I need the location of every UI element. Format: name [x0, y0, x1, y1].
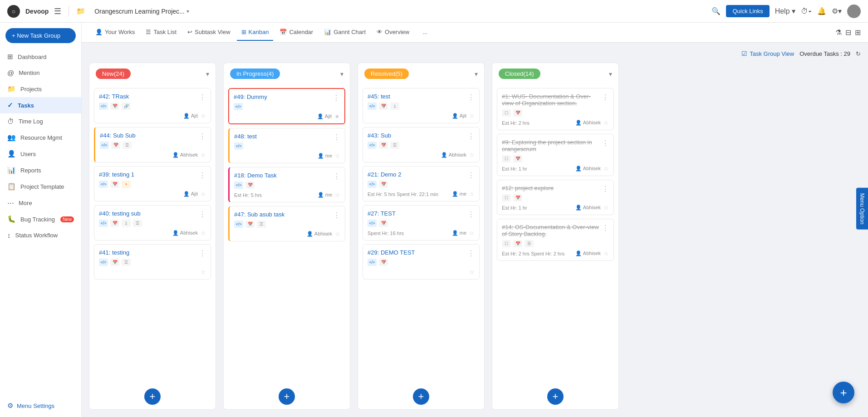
star-icon[interactable]: ☆ [201, 269, 206, 275]
star-icon[interactable]: ☆ [603, 250, 609, 257]
sidebar-item-tasks[interactable]: ✓ Tasks [0, 97, 81, 113]
tab-tasklist[interactable]: ☰ Task List [141, 24, 181, 41]
card-menu-icon[interactable]: ⋮ [199, 249, 206, 258]
star-icon[interactable]: ☆ [469, 113, 475, 119]
add-card-button-closed[interactable]: + [547, 388, 564, 405]
grid-icon[interactable]: ⊞ [855, 28, 861, 37]
project-name[interactable]: Orangescrum Learning Projec... ▾ [94, 8, 189, 15]
sidebar-item-bugtracking[interactable]: 🐛 Bug Tracking New [0, 211, 81, 227]
column-chevron-closed[interactable]: ▾ [609, 70, 612, 78]
card-menu-icon[interactable]: ⋮ [199, 171, 206, 180]
star-icon[interactable]: ☆ [335, 152, 340, 159]
card-menu-icon[interactable]: ⋮ [333, 93, 340, 102]
task-card-27[interactable]: #27: TEST ⋮ </>📅 Spent Hr: 16 hrs👤 me☆ [363, 205, 480, 240]
new-task-group-button[interactable]: + New Task Group [5, 28, 76, 43]
star-icon[interactable]: ☆ [469, 269, 475, 275]
card-menu-icon[interactable]: ⋮ [199, 132, 206, 141]
card-menu-icon[interactable]: ⋮ [467, 93, 475, 102]
star-icon[interactable]: ☆ [201, 230, 206, 236]
sidebar-item-dashboard[interactable]: ⊞ Dashboard [0, 49, 81, 65]
card-menu-icon[interactable]: ⋮ [467, 210, 475, 219]
task-card-49[interactable]: #49: Dummy ⋮ </> 👤 Ajit★ [228, 88, 345, 124]
tab-kanban[interactable]: ⊞ Kanban [237, 24, 274, 41]
fab-button[interactable]: + [833, 382, 854, 403]
card-menu-icon[interactable]: ⋮ [333, 172, 340, 181]
sidebar-item-more[interactable]: ⋯ More [0, 195, 81, 211]
task-card-44[interactable]: #44: Sub Sub ⋮ </>📅☰ 👤 Abhisek☆ [94, 127, 211, 162]
sidebar-item-resourcemgmt[interactable]: 👥 Resource Mgmt [0, 129, 81, 146]
add-card-button-resolved[interactable]: + [413, 388, 429, 405]
star-icon[interactable]: ☆ [469, 152, 475, 158]
star-icon[interactable]: ☆ [201, 152, 206, 158]
card-menu-icon[interactable]: ⋮ [199, 93, 206, 102]
hamburger-icon[interactable]: ☰ [54, 6, 61, 16]
task-card-21[interactable]: #21: Demo 2 ⋮ </>📅 Est Hr: 5 hrs Spent H… [363, 166, 480, 201]
settings-icon[interactable]: ⚙▾ [832, 7, 842, 15]
task-card-42[interactable]: #42: TRask ⋮ </>📅🔗 👤 Ajit☆ [94, 88, 211, 123]
notification-icon[interactable]: 🔔 [817, 7, 826, 15]
task-card-43[interactable]: #43: Sub ⋮ </>📅☰ 👤 Abhisek☆ [363, 127, 480, 162]
task-card-41[interactable]: #41: testing ⋮ </>📅☰ ☆ [94, 244, 211, 280]
star-icon[interactable]: ☆ [201, 191, 206, 197]
add-card-button-new[interactable]: + [144, 388, 161, 405]
add-card-button-inprogress[interactable]: + [279, 388, 295, 405]
sidebar-item-reports[interactable]: 📊 Reports [0, 162, 81, 178]
menu-settings-item[interactable]: ⚙ Menu Settings [0, 397, 81, 417]
card-menu-icon[interactable]: ⋮ [333, 211, 340, 220]
task-group-view-toggle[interactable]: ☑ Task Group View [741, 50, 794, 57]
star-icon[interactable]: ☆ [335, 191, 340, 198]
sidebar-item-mention[interactable]: @ Mention [0, 65, 81, 81]
sidebar-item-users[interactable]: 👤 Users [0, 146, 81, 162]
task-card-48[interactable]: #48: test ⋮ </> 👤 me☆ [228, 128, 345, 163]
card-menu-icon[interactable]: ⋮ [467, 132, 475, 141]
help-icon[interactable]: Help ▾ [775, 7, 795, 15]
star-icon[interactable]: ☆ [603, 204, 609, 211]
tab-calendar[interactable]: 📅 Calendar [275, 24, 318, 41]
card-menu-icon[interactable]: ⋮ [602, 93, 609, 102]
tab-subtaskview[interactable]: ↩ Subtask View [183, 24, 235, 41]
column-chevron-resolved[interactable]: ▾ [475, 70, 478, 78]
star-icon[interactable]: ☆ [469, 230, 475, 236]
task-card-45[interactable]: #45: test ⋮ </>📅1 👤 Ajit☆ [363, 88, 480, 123]
task-card-18[interactable]: #18: Demo Task ⋮ </>📅 Est Hr: 5 hrs👤 me☆ [228, 167, 345, 202]
card-menu-icon[interactable]: ⋮ [602, 185, 609, 193]
star-icon[interactable]: ☆ [603, 165, 609, 172]
column-chevron-inprogress[interactable]: ▾ [340, 70, 343, 78]
timer-icon[interactable]: ⏱▾ [801, 7, 812, 15]
star-icon[interactable]: ★ [334, 113, 340, 120]
tab-more[interactable]: ... [416, 24, 432, 41]
tab-ganttchart[interactable]: 📊 Gannt Chart [319, 24, 370, 41]
menu-option-tab[interactable]: Menu Option [856, 187, 868, 230]
column-chevron-new[interactable]: ▾ [206, 70, 209, 78]
task-card-47[interactable]: #47: Sub asub task ⋮ </>📅☰ 👤 Abhisek☆ [228, 206, 345, 241]
quick-links-button[interactable]: Quick Links [726, 5, 769, 17]
task-card-1[interactable]: #1: WUS- Documentation & Over-view of Or… [497, 88, 614, 130]
task-card-12[interactable]: #12: project explore ⋮ ☐📅 Est Hr: 1 hr👤 … [497, 180, 614, 215]
sidebar-item-projects[interactable]: 📁 Projects [0, 81, 81, 97]
search-icon[interactable]: 🔍 [711, 7, 721, 15]
card-menu-icon[interactable]: ⋮ [199, 210, 206, 219]
star-icon[interactable]: ☆ [469, 191, 475, 197]
card-menu-icon[interactable]: ⋮ [467, 171, 475, 180]
star-icon[interactable]: ☆ [335, 231, 340, 237]
avatar[interactable] [847, 5, 861, 18]
star-icon[interactable]: ☆ [201, 113, 206, 119]
card-menu-icon[interactable]: ⋮ [602, 139, 609, 147]
tab-overview[interactable]: 👁 Overview [372, 24, 414, 41]
card-menu-icon[interactable]: ⋮ [333, 133, 340, 142]
task-card-39[interactable]: #39: testing 1 ⋮ </>📅• 👤 Ajit☆ [94, 166, 211, 201]
filter-icon[interactable]: ⚗ [835, 28, 842, 37]
sidebar-item-projecttemplate[interactable]: 📋 Project Template [0, 178, 81, 195]
sidebar-item-statusworkflow[interactable]: ↕ Status Workflow [0, 227, 81, 243]
refresh-icon[interactable]: ↻ [856, 50, 861, 57]
task-card-40[interactable]: #40: testing sub ⋮ </>📅1☰ 👤 Abhisek☆ [94, 205, 211, 240]
task-card-9[interactable]: #9: Exploring the project section in ora… [497, 134, 614, 176]
layout-icon[interactable]: ⊟ [845, 28, 851, 37]
tab-yourworks[interactable]: 👤 Your Works [91, 24, 139, 41]
task-card-14[interactable]: #14: OS-Documentation & Over-view of Sto… [497, 219, 614, 261]
task-card-29[interactable]: #29: DEMO TEST ⋮ </>📅 ☆ [363, 244, 480, 280]
card-menu-icon[interactable]: ⋮ [467, 249, 475, 258]
star-icon[interactable]: ☆ [603, 119, 609, 126]
card-menu-icon[interactable]: ⋮ [602, 224, 609, 232]
sidebar-item-timelog[interactable]: ⏱ Time Log [0, 113, 81, 129]
